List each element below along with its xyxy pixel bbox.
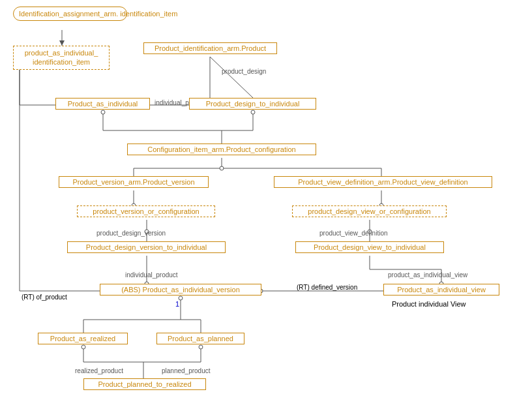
- prod-as-indiv-version-node: (ABS) Product_as_individual_version: [100, 284, 261, 295]
- svg-text:1: 1: [175, 300, 179, 308]
- product-individual-view-label: Product individual View: [392, 300, 466, 308]
- product-view-definition-label: product_view_definition: [319, 230, 388, 237]
- prod-id-product-node: Product_identification_arm.Product: [143, 42, 277, 54]
- prod-as-indiv-view-node: Product_as_individual_view: [383, 284, 499, 295]
- individual-product-label2: individual_product: [125, 271, 178, 279]
- svg-point-18: [220, 166, 224, 170]
- prod-as-planned-node: Product_as_planned: [156, 333, 244, 344]
- prod-version-node: Product_version_arm.Product_version: [59, 176, 209, 188]
- prod-as-indiv-id-node: product_as_individual_identification_ite…: [13, 46, 110, 70]
- prod-as-realized-node: Product_as_realized: [38, 333, 128, 344]
- prod-view-def-node: Product_view_definition_arm.Product_view…: [274, 176, 492, 188]
- svg-point-10: [101, 110, 105, 114]
- prod-version-or-config-node: product_version_or_configuration: [77, 205, 215, 217]
- prod-as-individual-node: Product_as_individual: [55, 98, 150, 110]
- planned-product-label: planned_product: [162, 367, 211, 374]
- prod-design-view-node: Product_design_view_to_individual: [295, 241, 444, 253]
- id-assignment-node: Identification_assignment_arm. identific…: [13, 7, 127, 21]
- prod-design-to-indiv-node: Product_design_to_individual: [189, 98, 316, 110]
- svg-point-47: [81, 345, 85, 349]
- realized-product-label: realized_product: [75, 367, 123, 374]
- diagram-container: 1 Identification_assignment_arm. identif…: [0, 0, 532, 409]
- product-design-label: product_design: [222, 68, 266, 75]
- svg-line-6: [210, 57, 253, 98]
- rt-of-product-label: (RT) of_product: [22, 294, 67, 301]
- svg-point-13: [251, 110, 255, 114]
- prod-as-indiv-view-label: product_as_individual_view: [388, 271, 467, 279]
- svg-marker-1: [59, 40, 65, 46]
- rt-defined-version-label: (RT) defined_version: [297, 284, 357, 291]
- prod-design-view-or-config-node: product_design_view_or_configuration: [292, 205, 447, 217]
- prod-design-version-node: Product_design_version_to_individual: [67, 241, 226, 253]
- config-item-node: Configuration_item_arm.Product_configura…: [127, 144, 316, 155]
- svg-point-50: [199, 345, 203, 349]
- prod-planned-to-realized-node: Product_planned_to_realized: [83, 378, 206, 390]
- product-design-version-label: product_design_version: [96, 230, 166, 237]
